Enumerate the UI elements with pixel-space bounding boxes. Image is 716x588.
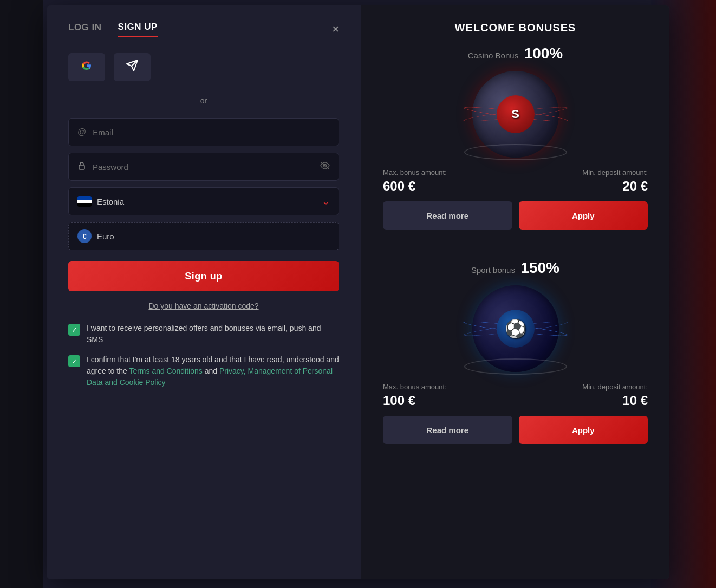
chevron-down-icon: ⌄ <box>322 195 330 207</box>
euro-icon: € <box>77 229 92 243</box>
email-icon: @ <box>77 127 86 137</box>
casino-apply-button[interactable]: Apply <box>519 201 648 230</box>
divider-line-right <box>213 101 339 101</box>
casino-bonus-stats: Max. bonus amount: 600 € Min. deposit am… <box>383 168 648 194</box>
modal: LOG IN SIGN UP × <box>47 5 669 579</box>
casino-bonus-card: Casino Bonus 100% S Max. bonus amount: 6… <box>383 45 648 230</box>
tos-and: and <box>203 367 219 375</box>
activation-code-link[interactable]: Do you have an activation code? <box>148 302 258 310</box>
casino-min-deposit-value: 20 € <box>582 179 648 194</box>
sport-bonus-actions: Read more Apply <box>383 416 648 444</box>
auth-tabs: LOG IN SIGN UP × <box>68 22 339 37</box>
lock-icon <box>77 161 86 172</box>
email-input[interactable] <box>93 128 330 137</box>
google-icon <box>80 59 93 75</box>
modal-container: LOG IN SIGN UP × <box>0 0 716 588</box>
casino-min-deposit: Min. deposit amount: 20 € <box>582 168 648 194</box>
close-button[interactable]: × <box>332 23 339 35</box>
casino-max-bonus: Max. bonus amount: 600 € <box>383 168 447 194</box>
casino-bonus-percent: 100% <box>524 45 563 62</box>
casino-bonus-type: Casino Bonus <box>468 51 518 60</box>
tos-checkbox[interactable]: ✓ <box>68 355 80 367</box>
left-panel: LOG IN SIGN UP × <box>47 5 361 579</box>
tab-signup[interactable]: SIGN UP <box>118 22 158 37</box>
casino-bonus-header: Casino Bonus 100% <box>383 45 648 62</box>
sport-max-bonus-label: Max. bonus amount: <box>383 383 447 391</box>
sport-max-bonus-value: 100 € <box>383 393 447 408</box>
sport-apply-button[interactable]: Apply <box>519 416 648 444</box>
currency-label: Euro <box>97 232 114 241</box>
currency-field[interactable]: € Euro <box>68 222 339 250</box>
offers-checkbox-label: I want to receive personalized offers an… <box>87 323 339 345</box>
bonuses-divider <box>383 246 648 246</box>
divider-line-left <box>68 101 194 101</box>
offers-checkbox-row: ✓ I want to receive personalized offers … <box>68 323 339 345</box>
country-label: Estonia <box>97 197 124 206</box>
sport-bonus-header: Sport bonus 150% <box>383 259 648 277</box>
casino-sphere-letter: S <box>497 95 535 133</box>
sport-bonus-stats: Max. bonus amount: 100 € Min. deposit am… <box>383 383 648 408</box>
sport-sphere-icon: ⚽ <box>497 310 535 348</box>
telegram-icon <box>126 59 139 75</box>
tab-login[interactable]: LOG IN <box>68 22 102 36</box>
casino-bonus-actions: Read more Apply <box>383 201 648 230</box>
sport-bonus-type: Sport bonus <box>471 265 515 275</box>
divider-text: or <box>200 96 207 105</box>
google-auth-button[interactable] <box>68 53 105 81</box>
telegram-auth-button[interactable] <box>114 53 151 81</box>
sport-max-bonus: Max. bonus amount: 100 € <box>383 383 447 408</box>
sport-bonus-percent: 150% <box>520 259 559 276</box>
tos-checkbox-label: I confirm that I'm at least 18 years old… <box>87 354 339 388</box>
sport-min-deposit: Min. deposit amount: 10 € <box>582 383 648 408</box>
offers-checkbox[interactable]: ✓ <box>68 324 80 336</box>
casino-read-more-button[interactable]: Read more <box>383 201 512 230</box>
sport-deposit-ring <box>464 358 567 375</box>
casino-max-bonus-label: Max. bonus amount: <box>383 168 447 177</box>
estonia-flag <box>77 196 92 207</box>
svg-rect-1 <box>79 165 84 169</box>
divider: or <box>68 96 339 105</box>
right-panel: WELCOME BONUSES Casino Bonus 100% S Max.… <box>361 5 669 579</box>
casino-min-deposit-label: Min. deposit amount: <box>582 168 648 177</box>
sport-min-deposit-label: Min. deposit amount: <box>582 383 648 391</box>
sport-read-more-button[interactable]: Read more <box>383 416 512 444</box>
sport-min-deposit-value: 10 € <box>582 393 648 408</box>
social-buttons <box>68 53 339 81</box>
signup-button[interactable]: Sign up <box>68 261 339 291</box>
sport-bonus-card: Sport bonus 150% ⚽ Max. bonus amount: 10… <box>383 259 648 444</box>
activation-link-wrapper: Do you have an activation code? <box>68 301 339 311</box>
sport-bonus-image: ⚽ <box>467 285 564 372</box>
casino-bonus-image: S <box>467 71 564 158</box>
country-select[interactable]: Estonia ⌄ <box>68 187 339 215</box>
password-input[interactable] <box>93 162 330 172</box>
tos-checkbox-row: ✓ I confirm that I'm at least 18 years o… <box>68 354 339 388</box>
casino-max-bonus-value: 600 € <box>383 179 447 194</box>
deposit-ring <box>464 144 567 160</box>
password-field-wrapper[interactable] <box>68 153 339 181</box>
email-field-wrapper[interactable]: @ <box>68 118 339 146</box>
terms-link[interactable]: Terms and Conditions <box>129 367 202 375</box>
eye-icon[interactable] <box>320 162 330 172</box>
welcome-title: WELCOME BONUSES <box>383 22 648 34</box>
